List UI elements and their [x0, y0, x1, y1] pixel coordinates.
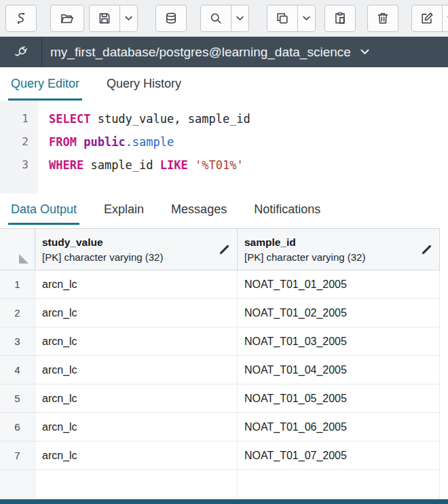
trash-icon: [375, 11, 390, 26]
toolbar: [0, 0, 448, 37]
open-folder-icon: [60, 11, 75, 26]
column-header-sample-id[interactable]: sample_id [PK] character varying (32): [238, 229, 440, 270]
select-all-corner[interactable]: [0, 229, 35, 270]
paste-button[interactable]: [324, 5, 356, 32]
search-icon: [208, 11, 223, 26]
column-meta: sample_id [PK] character varying (32): [244, 236, 420, 263]
row-number[interactable]: 3: [0, 327, 35, 356]
tab-query-history[interactable]: Query History: [104, 67, 184, 101]
toolbar-spacer: [138, 18, 155, 19]
sql-line: SELECT study_value, sample_id: [49, 107, 448, 130]
toolbar-spacer: [249, 18, 267, 19]
tab-label: Explain: [104, 202, 144, 217]
connection-selector[interactable]: my_first_database/postgres@learning_data…: [42, 45, 448, 60]
tab-explain[interactable]: Explain: [101, 194, 147, 225]
tab-label: Data Output: [11, 202, 77, 217]
cell-sample-id[interactable]: NOAT_T01_07_2005: [238, 442, 440, 470]
row-number[interactable]: 6: [0, 413, 35, 442]
connection-bar: my_first_database/postgres@learning_data…: [0, 37, 448, 67]
cell-study-value[interactable]: arcn_lc: [35, 413, 238, 442]
save-dropdown-button[interactable]: [119, 5, 138, 32]
cell-study-value[interactable]: [35, 470, 238, 499]
sql-editor: 123 SELECT study_value, sample_idFROM pu…: [0, 101, 448, 194]
column-type: [PK] character varying (32): [244, 251, 420, 263]
toolbar-spacer: [37, 18, 50, 19]
cell-sample-id[interactable]: NOAT_T01_04_2005: [238, 356, 440, 384]
sql-gutter: 123: [0, 101, 38, 194]
open-file-button[interactable]: [50, 5, 84, 32]
cell-sample-id[interactable]: NOAT_T01_06_2005: [238, 413, 440, 442]
table-row-empty: [0, 470, 440, 499]
cell-sample-id[interactable]: NOAT_T01_01_2005: [238, 270, 440, 299]
chevron-down-icon: [360, 49, 369, 55]
tab-label: Notifications: [254, 202, 320, 217]
edit-button[interactable]: [411, 5, 443, 32]
row-number[interactable]: 1: [0, 270, 35, 299]
toolbar-spacer: [316, 18, 324, 19]
line-number: 1: [0, 107, 29, 130]
edit-column-icon[interactable]: [420, 243, 433, 256]
cell-study-value[interactable]: arcn_lc: [35, 356, 238, 384]
cell-sample-id[interactable]: [238, 470, 440, 499]
column-name: study_value: [42, 236, 218, 249]
column-header-study-value[interactable]: study_value [PK] character varying (32): [35, 229, 238, 270]
tab-notifications[interactable]: Notifications: [251, 194, 323, 225]
query-tool-button[interactable]: [5, 5, 37, 32]
table-row: 5arcn_lcNOAT_T01_05_2005: [0, 384, 440, 413]
cell-sample-id[interactable]: NOAT_T01_03_2005: [238, 327, 440, 356]
grid-header: study_value [PK] character varying (32) …: [0, 228, 440, 270]
select-all-triangle-icon: [19, 254, 29, 264]
tab-data-output[interactable]: Data Output: [8, 194, 79, 225]
sql-code[interactable]: SELECT study_value, sample_idFROM public…: [38, 101, 448, 194]
cell-sample-id[interactable]: NOAT_T01_02_2005: [238, 299, 440, 327]
toolbar-spacer: [398, 18, 411, 19]
save-button[interactable]: [89, 5, 120, 32]
cell-study-value[interactable]: arcn_lc: [35, 299, 238, 327]
row-number[interactable]: 2: [0, 299, 35, 327]
plug-icon: [13, 44, 29, 60]
column-name: sample_id: [244, 236, 420, 249]
output-tabbar: Data Output Explain Messages Notificatio…: [0, 194, 448, 225]
chevron-down-icon: [125, 16, 132, 21]
cell-study-value[interactable]: arcn_lc: [35, 384, 238, 413]
table-row: 3arcn_lcNOAT_T01_03_2005: [0, 327, 440, 356]
save-icon: [97, 11, 112, 26]
column-type: [PK] character varying (32): [42, 251, 218, 263]
edit-dropdown-button[interactable]: [442, 5, 448, 32]
toolbar-spacer: [84, 18, 89, 19]
table-row: 4arcn_lcNOAT_T01_04_2005: [0, 356, 440, 384]
cell-sample-id[interactable]: NOAT_T01_05_2005: [238, 384, 440, 413]
row-number[interactable]: 5: [0, 384, 35, 413]
row-number[interactable]: 7: [0, 442, 35, 470]
table-row: 6arcn_lcNOAT_T01_06_2005: [0, 413, 440, 442]
row-number[interactable]: 4: [0, 356, 35, 384]
cell-study-value[interactable]: arcn_lc: [35, 442, 238, 470]
editor-tabbar: Query Editor Query History: [0, 67, 448, 101]
connection-status-button[interactable]: [0, 37, 42, 67]
tab-query-editor[interactable]: Query Editor: [8, 67, 82, 101]
search-dropdown-button[interactable]: [231, 5, 249, 32]
edit-icon: [419, 11, 434, 26]
cell-study-value[interactable]: arcn_lc: [35, 327, 238, 356]
tab-label: Messages: [171, 202, 227, 217]
copy-dropdown-button[interactable]: [297, 5, 316, 32]
cell-study-value[interactable]: arcn_lc: [35, 270, 238, 299]
tab-messages[interactable]: Messages: [168, 194, 229, 225]
chevron-down-icon: [303, 16, 310, 21]
tab-label: Query History: [107, 77, 181, 91]
results-grid: study_value [PK] character varying (32) …: [0, 228, 448, 499]
horizontal-scrollbar[interactable]: [0, 499, 448, 504]
copy-button[interactable]: [267, 5, 298, 32]
chevron-down-icon: [236, 16, 244, 21]
delete-button[interactable]: [367, 5, 398, 32]
edit-column-icon[interactable]: [218, 243, 231, 256]
row-number[interactable]: [0, 470, 35, 499]
sql-line: WHERE sample_id LIKE '%T01%': [49, 154, 448, 177]
column-meta: study_value [PK] character varying (32): [42, 236, 218, 263]
table-row: 7arcn_lcNOAT_T01_07_2005: [0, 442, 440, 470]
database-icon: [164, 11, 179, 26]
tab-label: Query Editor: [11, 77, 79, 91]
database-button[interactable]: [155, 5, 187, 32]
table-row: 2arcn_lcNOAT_T01_02_2005: [0, 299, 440, 327]
search-button[interactable]: [200, 5, 231, 32]
